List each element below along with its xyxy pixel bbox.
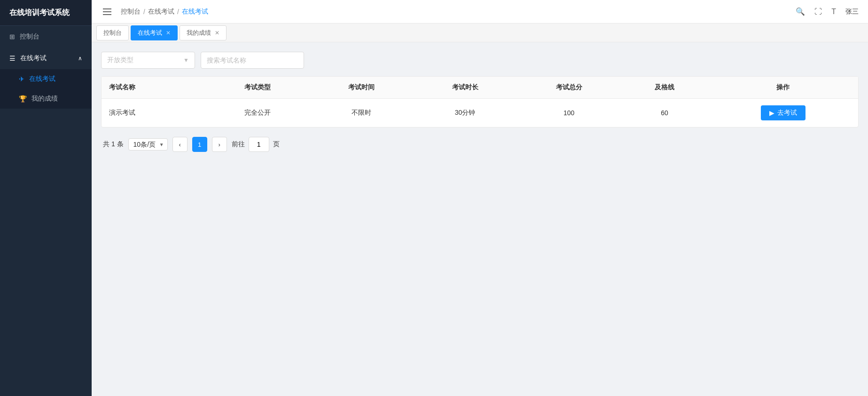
tab-my-score-label: 我的成绩 <box>187 29 211 37</box>
breadcrumb-exam-group[interactable]: 在线考试 <box>148 8 174 16</box>
table-row: 演示考试 完全公开 不限时 30分钟 100 60 ▶ 去考试 <box>102 99 858 127</box>
col-name: 考试名称 <box>102 77 205 99</box>
sidebar-group-online-exam[interactable]: ☰ 在线考试 ∧ <box>0 48 92 69</box>
search-input[interactable] <box>201 52 304 69</box>
page-size-wrapper: 10条/页 20条/页 50条/页 <box>128 138 168 150</box>
chevron-up-icon: ∧ <box>78 55 82 62</box>
sidebar-group-label: 在线考试 <box>20 54 47 63</box>
tab-dashboard[interactable]: 控制台 <box>96 25 129 40</box>
app-title: 在线培训考试系统 <box>9 8 70 18</box>
sidebar: 在线培训考试系统 ⊞ 控制台 ☰ 在线考试 ∧ ✈ 在线考试 🏆 我的成绩 <box>0 0 92 396</box>
cell-exam-time: 不限时 <box>309 99 413 127</box>
type-select[interactable]: 开放类型 ▼ <box>101 52 195 69</box>
go-to-exam-button[interactable]: ▶ 去考试 <box>761 105 805 120</box>
page-content: 开放类型 ▼ 考试名称 考试类型 考试时间 考试时长 考试总分 及格线 操作 <box>92 42 868 396</box>
cell-action: ▶ 去考试 <box>708 99 858 127</box>
sidebar-sub-item-exam-label: 在线考试 <box>29 75 55 83</box>
col-type: 考试类型 <box>205 77 309 99</box>
breadcrumb-sep-1: / <box>143 8 145 16</box>
breadcrumb-current: 在线考试 <box>182 8 208 16</box>
breadcrumb-sep-2: / <box>177 8 179 16</box>
col-duration: 考试时长 <box>413 77 517 99</box>
sidebar-group-left: ☰ 在线考试 <box>9 54 47 63</box>
goto-page: 前往 页 <box>232 137 280 152</box>
page-size-select[interactable]: 10条/页 20条/页 50条/页 <box>128 138 168 150</box>
goto-label: 前往 <box>232 140 245 149</box>
page-1-label: 1 <box>198 141 201 148</box>
next-page-button[interactable]: › <box>212 137 227 152</box>
page-label: 页 <box>273 140 280 149</box>
tab-dashboard-label: 控制台 <box>103 29 122 37</box>
arrow-right-icon: ▶ <box>769 109 774 117</box>
sidebar-item-dashboard-label: 控制台 <box>20 32 39 41</box>
sidebar-item-dashboard[interactable]: ⊞ 控制台 <box>0 26 92 48</box>
sidebar-menu: ⊞ 控制台 ☰ 在线考试 ∧ ✈ 在线考试 🏆 我的成绩 <box>0 26 92 396</box>
sidebar-logo: 在线培训考试系统 <box>0 0 92 26</box>
grid-icon: ⊞ <box>9 33 15 40</box>
prev-page-button[interactable]: ‹ <box>172 137 188 152</box>
header-right: 🔍 ⛶ T 张三 <box>796 7 859 16</box>
col-action: 操作 <box>708 77 858 99</box>
exam-icon: ☰ <box>9 55 16 62</box>
tab-my-score[interactable]: 我的成绩 ✕ <box>180 25 227 40</box>
filter-row: 开放类型 ▼ <box>101 52 859 69</box>
page-1-button[interactable]: 1 <box>192 137 207 152</box>
breadcrumb-dashboard[interactable]: 控制台 <box>121 8 141 16</box>
sidebar-submenu: ✈ 在线考试 🏆 我的成绩 <box>0 69 92 109</box>
select-chevron-icon: ▼ <box>183 57 189 63</box>
tab-my-score-close[interactable]: ✕ <box>215 30 219 36</box>
cell-pass-score: 60 <box>621 99 708 127</box>
tab-online-exam-label: 在线考试 <box>138 29 162 37</box>
sidebar-item-my-score[interactable]: 🏆 我的成绩 <box>0 89 92 109</box>
paper-plane-icon: ✈ <box>19 75 24 83</box>
tabs-bar: 控制台 在线考试 ✕ 我的成绩 ✕ <box>92 24 868 42</box>
fullscreen-icon[interactable]: ⛶ <box>814 8 822 16</box>
col-pass-score: 及格线 <box>621 77 708 99</box>
breadcrumb: 控制台 / 在线考试 / 在线考试 <box>121 8 208 16</box>
pagination-total: 共 1 条 <box>103 140 124 149</box>
next-icon: › <box>218 141 220 148</box>
hamburger-menu[interactable] <box>101 7 113 17</box>
cell-total-score: 100 <box>517 99 621 127</box>
top-header: 控制台 / 在线考试 / 在线考试 🔍 ⛶ T 张三 <box>92 0 868 24</box>
table-header-row: 考试名称 考试类型 考试时间 考试时长 考试总分 及格线 操作 <box>102 77 858 99</box>
col-total-score: 考试总分 <box>517 77 621 99</box>
font-icon[interactable]: T <box>831 8 836 16</box>
sidebar-item-online-exam[interactable]: ✈ 在线考试 <box>0 69 92 89</box>
goto-input[interactable] <box>249 137 269 152</box>
type-select-placeholder: 开放类型 <box>107 56 133 64</box>
user-name[interactable]: 张三 <box>845 8 859 16</box>
tab-online-exam[interactable]: 在线考试 ✕ <box>131 25 178 40</box>
cell-exam-type: 完全公开 <box>205 99 309 127</box>
search-icon[interactable]: 🔍 <box>796 7 805 16</box>
tab-online-exam-close[interactable]: ✕ <box>166 30 171 36</box>
cell-exam-name: 演示考试 <box>102 99 205 127</box>
cell-exam-duration: 30分钟 <box>413 99 517 127</box>
trophy-icon: 🏆 <box>19 95 27 103</box>
go-to-exam-label: 去考试 <box>777 109 797 117</box>
exam-table: 考试名称 考试类型 考试时间 考试时长 考试总分 及格线 操作 演示考试 完全公… <box>101 76 859 127</box>
prev-icon: ‹ <box>179 141 180 148</box>
main-area: 控制台 / 在线考试 / 在线考试 🔍 ⛶ T 张三 控制台 在线考试 ✕ 我的… <box>92 0 868 396</box>
pagination: 共 1 条 10条/页 20条/页 50条/页 ‹ 1 › 前往 页 <box>101 137 859 152</box>
col-time: 考试时间 <box>309 77 413 99</box>
sidebar-sub-item-score-label: 我的成绩 <box>31 95 58 103</box>
